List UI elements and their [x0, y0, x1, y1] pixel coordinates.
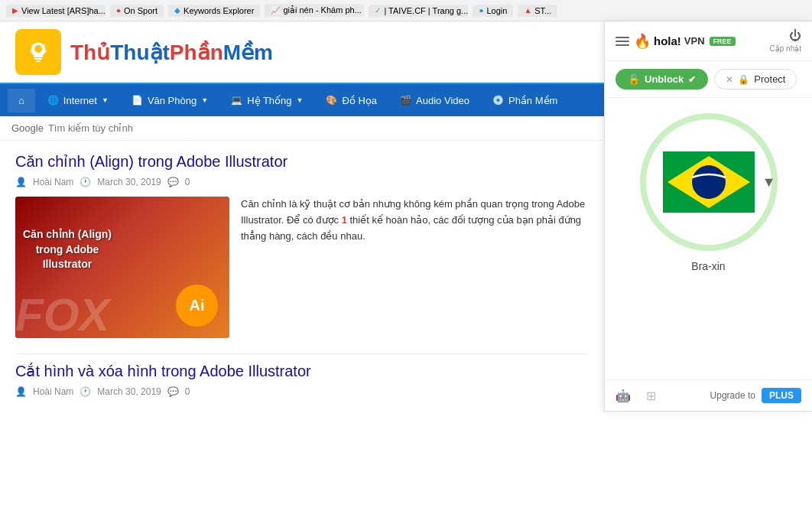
- article-1-title[interactable]: Căn chỉnh (Align) trong Adobe Illustrato…: [15, 152, 589, 171]
- tab-2[interactable]: ● On Sport: [110, 5, 164, 17]
- nav-home[interactable]: ⌂: [8, 89, 35, 112]
- x-icon: ✕: [726, 74, 733, 85]
- search-bar: Google: [0, 116, 604, 141]
- article-1-comments: 0: [185, 177, 190, 187]
- highlight-1: 1: [342, 214, 347, 226]
- hola-name-text: hola!: [654, 34, 681, 47]
- svg-point-4: [692, 165, 726, 199]
- site-content: Căn chỉnh (Align) trong Adobe Illustrato…: [0, 141, 604, 408]
- tab6-label: Login: [486, 6, 507, 15]
- article-2-date: March 30, 2019: [97, 386, 161, 397]
- search-input[interactable]: [48, 122, 278, 134]
- logo-thuat: Thuật: [110, 41, 170, 64]
- comment-icon-2: 💬: [167, 386, 179, 397]
- nav-phan-mem[interactable]: 💿 Phần Mềm: [482, 89, 568, 112]
- hamburger-line-2: [615, 41, 629, 42]
- clock-icon-2: 🕐: [80, 386, 91, 397]
- tab-4[interactable]: 📈 giải nén - Khám ph...: [265, 4, 364, 17]
- tab1-label: View Latest [ARS]ha...: [21, 6, 106, 15]
- van-phong-arrow: ▼: [201, 96, 208, 104]
- tab4-icon: 📈: [271, 6, 280, 15]
- upgrade-bar: 🤖 ⊞ Upgrade to PLUS: [605, 379, 812, 411]
- browser-tab-bar: ▶ View Latest [ARS]ha... ● On Sport ◆ Ke…: [0, 0, 812, 21]
- article-2-meta: 👤 Hoài Nam 🕐 March 30, 2019 💬 0: [15, 386, 589, 397]
- hola-buttons-row: 🔓 Unblock ✔ ✕ 🔒 Protect: [605, 61, 812, 98]
- article-2-author: Hoài Nam: [33, 386, 73, 397]
- plus-button[interactable]: PLUS: [762, 388, 801, 403]
- hola-flame-icon: 🔥: [634, 33, 651, 50]
- logo-mem: Mềm: [223, 41, 273, 64]
- thumb-text: Căn chỉnh (Align)trong AdobeIllustrator: [23, 227, 112, 272]
- article-2-comments: 0: [185, 386, 190, 397]
- country-name: Bra-xin: [691, 260, 725, 272]
- tab-3[interactable]: ◆ Keywords Explorer: [168, 5, 260, 17]
- tab3-label: Keywords Explorer: [184, 6, 254, 15]
- tab2-icon: ●: [116, 6, 121, 15]
- article-1-author: Hoài Nam: [33, 177, 73, 187]
- power-icon[interactable]: ⏻: [789, 29, 801, 43]
- he-thong-icon: 💻: [231, 95, 242, 106]
- tab4-label: giải nén - Khám ph...: [283, 5, 361, 15]
- fox-logo: FOX: [15, 292, 109, 338]
- hola-header-left: 🔥 hola! VPN FREE: [615, 33, 736, 50]
- article-1-thumbnail[interactable]: FOX Căn chỉnh (Align)trong AdobeIllustra…: [15, 197, 229, 338]
- nav-van-phong-label: Văn Phòng: [148, 95, 197, 106]
- ai-badge: Ai: [176, 285, 218, 327]
- home-icon: ⌂: [18, 95, 24, 106]
- brazil-flag-svg[interactable]: [663, 151, 755, 213]
- svg-point-1: [34, 45, 42, 53]
- site-header: ThủThuậtPhầnMềm: [0, 21, 604, 84]
- hola-logo: 🔥 hola! VPN FREE: [634, 33, 736, 50]
- hola-vpn-text: VPN: [684, 35, 705, 47]
- unblock-button[interactable]: 🔓 Unblock ✔: [615, 69, 708, 90]
- country-dropdown-arrow[interactable]: ▼: [762, 174, 776, 190]
- flag-container: ▼: [663, 151, 755, 213]
- windows-icon: ⊞: [646, 389, 656, 403]
- tab1-icon: ▶: [12, 6, 18, 15]
- nav-audio-video[interactable]: 🎬 Audio Video: [389, 89, 480, 112]
- nav-do-hoa[interactable]: 🎨 Đồ Họa: [315, 89, 388, 112]
- tab-7[interactable]: ▲ ST...: [518, 5, 557, 17]
- tab5-icon: ✓: [375, 6, 381, 15]
- user-icon-1: 👤: [15, 177, 27, 187]
- protect-button[interactable]: ✕ 🔒 Protect: [714, 69, 797, 90]
- internet-arrow: ▼: [102, 96, 109, 104]
- site-nav: ⌂ 🌐 Internet ▼ 📄 Văn Phòng ▼ 💻 Hệ Thống …: [0, 84, 604, 116]
- nav-internet-label: Internet: [63, 95, 97, 106]
- internet-icon: 🌐: [47, 95, 59, 106]
- audio-video-icon: 🎬: [400, 95, 411, 106]
- nav-internet[interactable]: 🌐 Internet ▼: [37, 89, 119, 112]
- clock-icon-1: 🕐: [80, 177, 91, 187]
- bulb-svg: [24, 38, 52, 66]
- hola-panel: 🔥 hola! VPN FREE ⏻ Cập nhật 🔓 Unblock ✔ …: [604, 21, 812, 412]
- article-1-excerpt: Căn chỉnh là kỹ thuật cơ bản nhưng không…: [241, 197, 589, 338]
- tab7-icon: ▲: [524, 6, 531, 15]
- country-display: ▼ Bra-xin: [605, 98, 812, 379]
- hola-free-badge: FREE: [710, 37, 736, 46]
- article-2-title[interactable]: Cắt hình và xóa hình trong Adobe Illustr…: [15, 362, 589, 380]
- article-2: Cắt hình và xóa hình trong Adobe Illustr…: [15, 362, 589, 397]
- tab5-label: | TAIVE.CF | Trang g...: [384, 6, 468, 15]
- nav-he-thong[interactable]: 💻 Hệ Thống ▼: [220, 89, 313, 112]
- hola-cap-nhat[interactable]: Cập nhật: [770, 44, 801, 53]
- logo-thu: Thủ: [70, 41, 110, 64]
- hola-header: 🔥 hola! VPN FREE ⏻ Cập nhật: [605, 21, 812, 61]
- nav-van-phong[interactable]: 📄 Văn Phòng ▼: [121, 89, 219, 112]
- hamburger-menu[interactable]: [615, 37, 629, 46]
- tab-5[interactable]: ✓ | TAIVE.CF | Trang g...: [369, 5, 468, 17]
- tab-1[interactable]: ▶ View Latest [ARS]ha...: [6, 5, 106, 17]
- user-icon-2: 👤: [15, 386, 27, 397]
- android-icon: 🤖: [615, 389, 631, 403]
- upgrade-right: Upgrade to PLUS: [710, 388, 801, 403]
- tab7-label: ST...: [534, 6, 551, 15]
- tab6-icon: ●: [479, 6, 483, 15]
- lock-protect-icon: 🔒: [738, 74, 749, 85]
- unblock-label: Unblock: [645, 73, 684, 85]
- article-1-meta: 👤 Hoài Nam 🕐 March 30, 2019 💬 0: [15, 177, 589, 187]
- tab-6[interactable]: ● Login: [473, 5, 513, 17]
- do-hoa-icon: 🎨: [326, 95, 337, 106]
- tab3-icon: ◆: [174, 6, 180, 15]
- main-area: ThủThuậtPhầnMềm ⌂ 🌐 Internet ▼ 📄 Văn Phò…: [0, 21, 812, 511]
- article-divider: [15, 353, 589, 354]
- hola-header-right: ⏻ Cập nhật: [770, 29, 801, 53]
